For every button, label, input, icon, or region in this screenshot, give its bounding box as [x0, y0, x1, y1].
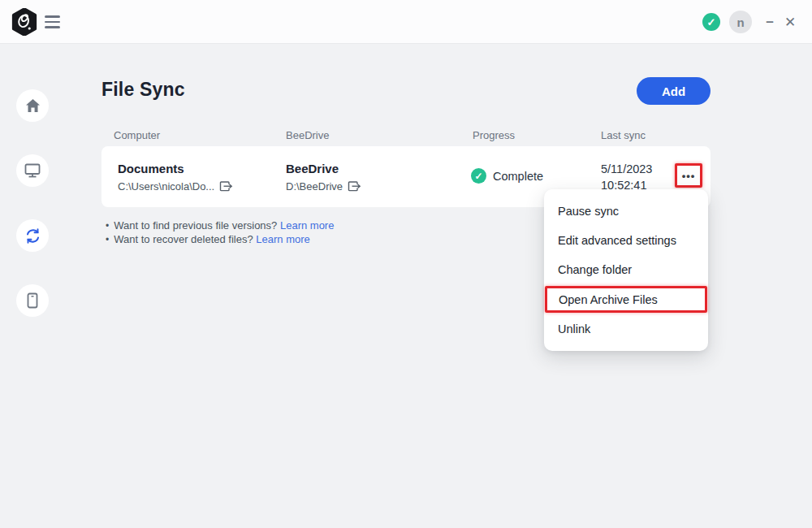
more-options-button[interactable]: •••: [675, 163, 702, 188]
computer-name: Documents: [118, 162, 184, 175]
sidebar-item-computer[interactable]: [16, 154, 49, 187]
progress-status-label: Complete: [493, 170, 543, 183]
top-bar: ✓ n – ✕: [0, 0, 812, 44]
tips-list: • Want to find previous file versions? L…: [106, 219, 334, 246]
beedrive-path-text: D:\BeeDrive: [286, 180, 343, 193]
column-header-progress: Progress: [473, 129, 515, 141]
tip-question: Want to find previous file versions?: [114, 219, 277, 232]
monitor-icon: [24, 163, 41, 178]
progress-status: ✓ Complete: [471, 168, 543, 184]
menu-item-open-archive-files[interactable]: Open Archive Files: [545, 286, 707, 313]
sidebar-item-home[interactable]: [16, 89, 49, 122]
sync-status-badge: ✓: [702, 13, 720, 31]
tip-recover-deleted: • Want to recover deleted files? Learn m…: [106, 233, 334, 247]
complete-check-icon: ✓: [471, 168, 486, 184]
sidebar-item-mobile[interactable]: [16, 284, 49, 317]
computer-path-text: C:\Users\nicola\Do...: [118, 180, 214, 193]
sidebar-item-file-sync[interactable]: [16, 219, 49, 252]
bullet: •: [106, 219, 109, 233]
column-header-beedrive: BeeDrive: [286, 129, 329, 141]
bullet: •: [106, 233, 109, 247]
tip-text: Want to recover deleted files? Learn mor…: [114, 233, 310, 247]
learn-more-link[interactable]: Learn more: [280, 219, 334, 232]
menu-hamburger-icon[interactable]: [45, 15, 60, 28]
learn-more-link[interactable]: Learn more: [256, 233, 309, 245]
row-context-menu: Pause sync Edit advanced settings Change…: [544, 189, 708, 351]
computer-path: C:\Users\nicola\Do...: [118, 180, 233, 193]
tip-previous-versions: • Want to find previous file versions? L…: [106, 219, 334, 233]
sync-icon: [24, 228, 41, 244]
last-sync-date: 5/11/2023: [601, 162, 652, 175]
column-header-computer: Computer: [114, 129, 160, 141]
menu-item-unlink[interactable]: Unlink: [544, 314, 708, 344]
open-location-icon[interactable]: [219, 180, 233, 193]
menu-item-pause-sync[interactable]: Pause sync: [544, 197, 708, 226]
mobile-icon: [27, 292, 38, 309]
open-location-icon[interactable]: [348, 180, 361, 193]
page-title: File Sync: [102, 79, 185, 101]
beedrive-logo-icon: [11, 8, 37, 36]
beedrive-name: BeeDrive: [286, 162, 339, 175]
menu-item-edit-advanced-settings[interactable]: Edit advanced settings: [544, 226, 708, 255]
close-button[interactable]: ✕: [780, 11, 800, 32]
menu-item-change-folder[interactable]: Change folder: [544, 255, 708, 284]
avatar[interactable]: n: [729, 11, 752, 33]
column-header-lastsync: Last sync: [601, 129, 646, 141]
tip-text: Want to find previous file versions? Lea…: [114, 219, 334, 233]
add-button[interactable]: Add: [637, 77, 710, 105]
beedrive-path: D:\BeeDrive: [286, 180, 361, 193]
minimize-button[interactable]: –: [760, 11, 780, 32]
home-icon: [25, 98, 41, 113]
tip-question: Want to recover deleted files?: [114, 233, 253, 245]
